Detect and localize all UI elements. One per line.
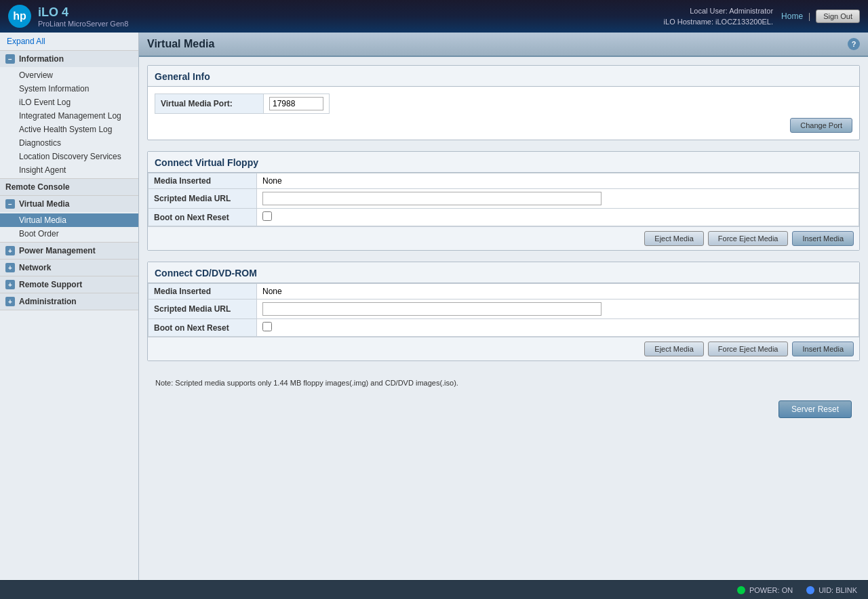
virtual-media-items: Virtual Media Boot Order xyxy=(0,212,138,242)
cdrom-insert-button[interactable]: Insert Media xyxy=(792,342,854,356)
network-toggle-icon: + xyxy=(5,263,15,272)
page-title-bar: Virtual Media ? xyxy=(139,33,868,57)
ilo-version-title: iLO 4 xyxy=(38,5,128,20)
server-name: ProLiant MicroServer Gen8 xyxy=(38,20,128,28)
remote-console-label: Remote Console xyxy=(5,182,70,192)
sidebar-item-integrated-management-log[interactable]: Integrated Management Log xyxy=(0,109,138,123)
floppy-media-inserted-value: None xyxy=(257,173,859,189)
floppy-eject-button[interactable]: Eject Media xyxy=(644,231,703,246)
sidebar-item-insight-agent[interactable]: Insight Agent xyxy=(0,163,138,177)
information-label: Information xyxy=(19,54,64,64)
cdrom-eject-button[interactable]: Eject Media xyxy=(644,342,703,356)
user-info: Local User: Administrator iLO Hostname: … xyxy=(664,5,773,28)
connect-cdrom-title: Connect CD/DVD-ROM xyxy=(148,262,859,283)
hostname-value: iLOCZ133200EL. xyxy=(715,18,773,26)
virtual-media-label: Virtual Media xyxy=(19,199,69,209)
floppy-button-row: Eject Media Force Eject Media Insert Med… xyxy=(148,226,859,250)
floppy-scripted-url-cell xyxy=(257,189,859,209)
main-content: Virtual Media ? General Info Virtual Med… xyxy=(139,33,868,580)
general-info-section: General Info Virtual Media Port: xyxy=(147,65,860,140)
floppy-scripted-url-label: Scripted Media URL xyxy=(149,189,257,209)
remote-support-label: Remote Support xyxy=(19,280,82,289)
sidebar-section-administration[interactable]: + Administration xyxy=(0,293,138,310)
floppy-boot-checkbox[interactable] xyxy=(262,211,272,221)
sidebar: Expand All − Information Overview System… xyxy=(0,33,139,580)
remote-support-toggle-icon: + xyxy=(5,280,15,289)
header-right: Local User: Administrator iLO Hostname: … xyxy=(664,5,860,28)
cdrom-boot-label: Boot on Next Reset xyxy=(149,319,257,337)
cdrom-media-inserted-value: None xyxy=(257,284,859,300)
note-text: Note: Scripted media supports only 1.44 … xyxy=(147,372,860,394)
header-left: hp iLO 4 ProLiant MicroServer Gen8 xyxy=(8,5,128,28)
sidebar-section-remote-support[interactable]: + Remote Support xyxy=(0,276,138,293)
header-links: Home | Sign Out xyxy=(781,9,860,23)
user-name: Administrator xyxy=(729,7,773,15)
floppy-boot-label: Boot on Next Reset xyxy=(149,209,257,226)
sidebar-item-boot-order[interactable]: Boot Order xyxy=(0,227,138,241)
server-reset-row: Server Reset xyxy=(147,394,860,425)
information-items: Overview System Information iLO Event Lo… xyxy=(0,67,138,178)
cdrom-force-eject-button[interactable]: Force Eject Media xyxy=(708,342,789,356)
connect-floppy-section: Connect Virtual Floppy Media Inserted No… xyxy=(147,151,860,251)
floppy-scripted-url-input[interactable] xyxy=(262,192,601,205)
hp-logo: hp xyxy=(8,5,31,28)
administration-toggle-icon: + xyxy=(5,297,15,306)
sidebar-item-diagnostics[interactable]: Diagnostics xyxy=(0,136,138,150)
sidebar-section-virtual-media: − Virtual Media Virtual Media Boot Order xyxy=(0,196,138,243)
port-value-cell xyxy=(264,94,330,114)
floppy-insert-button[interactable]: Insert Media xyxy=(792,231,854,246)
sidebar-section-virtual-media-header[interactable]: − Virtual Media xyxy=(0,196,138,212)
cdrom-scripted-url-input[interactable] xyxy=(262,302,601,316)
hostname-label: iLO Hostname: xyxy=(664,18,713,26)
information-toggle-icon: − xyxy=(5,54,15,64)
server-reset-button[interactable]: Server Reset xyxy=(778,400,852,418)
cdrom-boot-cell xyxy=(257,319,859,337)
sidebar-section-remote-console[interactable]: Remote Console xyxy=(0,179,138,196)
cdrom-scripted-url-cell xyxy=(257,300,859,319)
content-area: General Info Virtual Media Port: xyxy=(139,57,868,433)
general-info-title: General Info xyxy=(148,66,859,87)
sidebar-section-information: − Information Overview System Informatio… xyxy=(0,51,138,179)
power-status-dot xyxy=(737,586,745,594)
home-link[interactable]: Home xyxy=(781,12,803,21)
sidebar-item-ilo-event-log[interactable]: iLO Event Log xyxy=(0,96,138,109)
change-port-button[interactable]: Change Port xyxy=(790,118,852,133)
sidebar-item-virtual-media[interactable]: Virtual Media xyxy=(0,213,138,227)
port-input[interactable] xyxy=(269,97,323,110)
user-label: Local User: xyxy=(690,7,728,15)
uid-status-label: UID: BLINK xyxy=(818,586,857,594)
header: hp iLO 4 ProLiant MicroServer Gen8 Local… xyxy=(0,0,868,33)
power-status: POWER: ON xyxy=(737,586,793,594)
connect-cdrom-section: Connect CD/DVD-ROM Media Inserted None S… xyxy=(147,262,860,361)
page-title: Virtual Media xyxy=(147,38,214,50)
connect-floppy-title: Connect Virtual Floppy xyxy=(148,152,859,173)
virtual-media-toggle-icon: − xyxy=(5,199,15,209)
cdrom-table: Media Inserted None Scripted Media URL B… xyxy=(148,283,859,337)
floppy-boot-cell xyxy=(257,209,859,226)
floppy-force-eject-button[interactable]: Force Eject Media xyxy=(708,231,789,246)
uid-status-dot xyxy=(806,586,814,594)
port-label: Virtual Media Port: xyxy=(155,94,264,114)
sidebar-item-location-discovery-services[interactable]: Location Discovery Services xyxy=(0,150,138,163)
sidebar-section-power-management[interactable]: + Power Management xyxy=(0,243,138,260)
power-management-toggle-icon: + xyxy=(5,246,15,255)
uid-status: UID: BLINK xyxy=(806,586,857,594)
cdrom-boot-checkbox[interactable] xyxy=(262,322,272,331)
expand-all-link[interactable]: Expand All xyxy=(0,33,138,51)
sidebar-item-system-information[interactable]: System Information xyxy=(0,82,138,96)
sidebar-item-active-health-system-log[interactable]: Active Health System Log xyxy=(0,123,138,136)
cdrom-scripted-url-label: Scripted Media URL xyxy=(149,300,257,319)
main-layout: Expand All − Information Overview System… xyxy=(0,33,868,580)
general-info-table: Virtual Media Port: xyxy=(155,94,330,114)
sidebar-section-information-header[interactable]: − Information xyxy=(0,51,138,67)
cdrom-button-row: Eject Media Force Eject Media Insert Med… xyxy=(148,337,859,360)
sidebar-item-overview[interactable]: Overview xyxy=(0,68,138,82)
general-info-content: Virtual Media Port: Change Port xyxy=(148,87,859,140)
network-label: Network xyxy=(19,263,51,272)
sign-out-button[interactable]: Sign Out xyxy=(816,9,860,23)
help-icon[interactable]: ? xyxy=(848,38,860,50)
power-management-label: Power Management xyxy=(19,246,96,255)
sidebar-section-network[interactable]: + Network xyxy=(0,260,138,276)
floppy-media-inserted-label: Media Inserted xyxy=(149,173,257,189)
status-bar: POWER: ON UID: BLINK xyxy=(0,580,868,599)
